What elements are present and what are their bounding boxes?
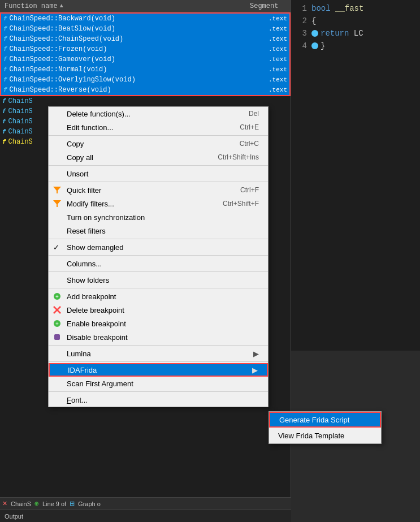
- shortcut-del: Del: [249, 110, 259, 118]
- menu-item-delete-breakpoint[interactable]: Delete breakpoint: [49, 303, 268, 317]
- menu-label: Modify filters...: [67, 200, 114, 208]
- lumina-submenu-arrow: ▶: [253, 350, 259, 358]
- table-row[interactable]: f ChainSpeed::Normal(void) .text: [1, 64, 289, 75]
- keyword-bool: bool: [311, 4, 331, 13]
- svg-text:+: +: [55, 321, 59, 327]
- menu-item-enable-breakpoint[interactable]: + Enable breakpoint: [49, 317, 268, 330]
- function-icon: f: [2, 108, 6, 115]
- function-list-header: Function name ▲ Segment: [0, 0, 291, 12]
- separator-6: [49, 271, 268, 272]
- context-menu: Delete function(s)... Del Edit function.…: [48, 106, 269, 407]
- menu-label: Delete function(s)...: [67, 110, 131, 118]
- disable-breakpoint-icon: [51, 333, 63, 342]
- chainspeed-tab-label[interactable]: ChainS: [11, 501, 31, 507]
- menu-label: Unsort: [67, 170, 88, 178]
- menu-item-show-folders[interactable]: Show folders: [49, 273, 268, 287]
- table-row[interactable]: f ChainSpeed::ChainSpeed(void) .text: [1, 34, 289, 44]
- function-icon: f: [3, 87, 7, 93]
- table-row[interactable]: f ChainSpeed::BeatSlow(void) .text: [1, 24, 289, 34]
- table-row[interactable]: f ChainSpeed::Reverse(void) .text: [1, 85, 289, 95]
- menu-label: Copy: [67, 140, 84, 148]
- table-row[interactable]: f ChainS: [0, 96, 291, 106]
- function-icon: f: [3, 46, 7, 53]
- menu-item-modify-filters[interactable]: Modify filters... Ctrl+Shift+F: [49, 197, 268, 210]
- menu-item-copy-all[interactable]: Copy all Ctrl+Shift+Ins: [49, 150, 268, 164]
- function-icon: f: [3, 36, 7, 42]
- segment-cell: .text: [242, 56, 287, 63]
- menu-label: Copy all: [67, 153, 93, 162]
- separator-7: [49, 288, 268, 288]
- function-name-label: Function name: [5, 2, 58, 10]
- table-row[interactable]: f ChainSpeed::Gameover(void) .text: [1, 54, 289, 64]
- menu-item-reset-filters[interactable]: Reset filters: [49, 224, 268, 238]
- table-row[interactable]: f ChainSpeed::OverlyingSlow(void) .text: [1, 75, 289, 85]
- menu-item-generate-frida-script[interactable]: Generate Frida Script: [269, 412, 381, 428]
- menu-item-unsort[interactable]: Unsort: [49, 167, 268, 180]
- menu-item-disable-breakpoint[interactable]: Disable breakpoint: [49, 330, 268, 344]
- function-icon: f: [2, 98, 6, 105]
- code-content: bool __fast: [311, 4, 363, 13]
- code-content: {: [311, 16, 316, 25]
- separator-1: [49, 135, 268, 136]
- table-row[interactable]: f ChainSpeed::Frozen(void) .text: [1, 44, 289, 54]
- line-number: 1: [293, 4, 307, 13]
- menu-item-lumina[interactable]: Lumina ▶: [49, 347, 268, 360]
- generate-frida-script-label: Generate Frida Script: [279, 416, 349, 424]
- menu-item-edit-function[interactable]: Edit function... Ctrl+E: [49, 120, 268, 134]
- modify-filters-icon: [51, 199, 63, 208]
- menu-label: Lumina: [67, 350, 91, 358]
- menu-label: Reset filters: [67, 227, 106, 235]
- function-icon: f: [3, 76, 7, 83]
- checkmark-icon: ✓: [53, 243, 59, 252]
- function-icon: f: [3, 66, 7, 73]
- breakpoint-add-icon: ⊕: [34, 499, 39, 508]
- function-icon: f: [3, 56, 7, 63]
- svg-marker-0: [53, 187, 61, 193]
- enable-breakpoint-icon: +: [51, 319, 63, 328]
- segment-label: Segment: [250, 2, 278, 10]
- menu-item-columns[interactable]: Columns...: [49, 257, 268, 270]
- separator-5: [49, 255, 268, 256]
- menu-item-add-breakpoint[interactable]: + Add breakpoint: [49, 290, 268, 303]
- function-name-cell: ChainSpeed::Normal(void): [10, 66, 242, 74]
- menu-item-idafrida[interactable]: IDAFrida ▶: [49, 363, 268, 377]
- output-tab[interactable]: Output: [5, 513, 23, 520]
- separator-9: [49, 361, 268, 362]
- function-name-cell: ChainSpeed::Frozen(void): [10, 45, 242, 53]
- separator-4: [49, 239, 268, 239]
- function-icon: f: [3, 15, 7, 22]
- code-line-3: 3 return LC: [293, 27, 418, 40]
- segment-cell: .text: [242, 15, 287, 22]
- table-row[interactable]: f ChainSpeed::Backward(void) .text: [1, 14, 289, 24]
- line-info-label: Line 9 of: [42, 501, 66, 507]
- function-name-cell: ChainSpeed::BeatSlow(void): [10, 25, 242, 33]
- function-name-cell: ChainS: [8, 97, 243, 105]
- menu-label: Show folders: [67, 276, 109, 284]
- close-tab-icon[interactable]: ✕: [2, 500, 7, 507]
- separator-8: [49, 345, 268, 346]
- menu-item-show-demangled[interactable]: ✓ Show demangled: [49, 240, 268, 254]
- menu-item-delete-functions[interactable]: Delete function(s)... Del: [49, 107, 268, 120]
- code-line-4: 4 }: [293, 40, 418, 52]
- shortcut-ctrlshiftins: Ctrl+Shift+Ins: [218, 153, 259, 161]
- function-name-column-header[interactable]: Function name ▲: [0, 2, 245, 10]
- menu-item-quick-filter[interactable]: Quick filter Ctrl+F: [49, 183, 268, 197]
- function-icon: f: [2, 118, 6, 125]
- menu-item-scan-first-arg[interactable]: Scan First Argument: [49, 377, 268, 390]
- function-icon: f: [2, 128, 6, 135]
- function-icon: f: [2, 139, 6, 145]
- line-number: 2: [293, 16, 307, 25]
- segment-cell: .text: [242, 76, 287, 83]
- keyword-return: return: [321, 29, 349, 38]
- separator-3: [49, 182, 268, 182]
- code-lc: LC: [354, 29, 363, 38]
- menu-label: Turn on synchronization: [67, 213, 145, 222]
- menu-item-turn-on-sync[interactable]: Turn on synchronization: [49, 210, 268, 224]
- menu-item-font[interactable]: Font...: [49, 393, 268, 407]
- segment-cell: .text: [242, 36, 287, 42]
- view-frida-template-label: View Frida Template: [278, 432, 344, 440]
- menu-item-view-frida-template[interactable]: View Frida Template: [269, 428, 381, 443]
- menu-item-copy[interactable]: Copy Ctrl+C: [49, 137, 268, 150]
- segment-cell: .text: [242, 87, 287, 93]
- segment-column-header[interactable]: Segment: [245, 2, 291, 10]
